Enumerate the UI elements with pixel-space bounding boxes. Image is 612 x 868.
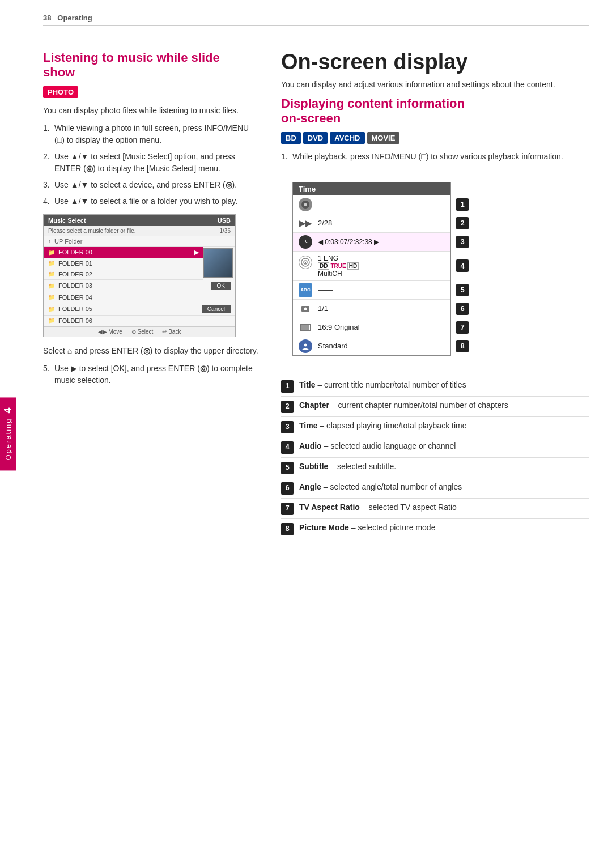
ms-row-up[interactable]: ↑ UP Folder [44,236,235,247]
row-num-3: 3 [456,236,469,248]
list-item: 3. Use ▲/▼ to select a device, and press… [43,179,258,191]
ms-row[interactable]: 📁 FOLDER 03 OK [44,280,235,292]
bd-badge: BD [281,132,301,144]
list-item: 1. While viewing a photo in full screen,… [43,122,258,146]
ms-row[interactable]: 📁 FOLDER 04 [44,292,235,303]
ms-subtitle: USB [218,217,231,224]
desc-item-2: 2 Chapter – current chapter number/total… [281,397,589,417]
svg-point-9 [304,307,307,310]
instruction-list: 1. While viewing a photo in full screen,… [43,122,258,207]
folder-icon: 📁 [48,294,55,300]
desc-num-3: 3 [281,421,294,433]
chapter-content: 2/28 [318,219,445,227]
desc-num-2: 2 [281,401,294,413]
desc-num-7: 7 [281,503,294,515]
osd-title: On-screen display [281,50,589,74]
ms-counter: 1/36 [220,228,231,234]
ms-nav-move: ◀▶ Move [98,329,122,335]
ms-folder-00: FOLDER 00 [58,249,92,256]
desc-num-6: 6 [281,482,294,495]
picture-content: Standard [318,342,445,350]
folder-icon: 📁 [48,283,55,289]
info-row-2: ▶▶ 2/28 2 [293,214,450,233]
left-section-title: Listening to music while slide show [43,50,258,80]
folder-icon: 📁 [48,306,55,312]
dvd-badge: DVD [303,132,328,144]
arrow-icon: ▶ [194,249,199,256]
list-item: 5. Use ▶ to select [OK], and press ENTER… [43,363,258,386]
subtitle-content: —— [318,286,445,294]
avchd-badge: AVCHD [330,132,364,144]
picture-icon [299,339,312,353]
side-tab: 4 Operating [0,397,16,470]
desc-text-4: Audio – selected audio language or chann… [299,441,589,452]
svg-point-1 [304,203,307,206]
folder-icon: 📁 [48,260,55,266]
ms-nav: ◀▶ Move ⊙ Select ↩ Back [44,326,235,337]
desc-item-8: 8 Picture Mode – selected picture mode [281,519,589,539]
desc-text-2: Chapter – current chapter number/total n… [299,400,589,411]
info-row-4: 1 ENG DD TRUE HD MultiCH 4 [293,252,450,281]
instruction-list-2: 5. Use ▶ to select [OK], and press ENTER… [43,363,258,386]
ms-title: Music Select [48,217,86,224]
desc-text-5: Subtitle – selected subtitle. [299,461,589,473]
ms-nav-select: ⊙ Select [131,329,154,335]
ms-header: Music Select USB [44,215,235,226]
ms-instruction: Please select a music folder or file. [48,228,136,234]
movie-badge: MOVIE [367,132,400,144]
time-icon [299,235,312,249]
ms-row-selected[interactable]: 📁 FOLDER 00 ▶ [44,247,203,258]
desc-item-6: 6 Angle – selected angle/total number of… [281,478,589,499]
angle-content: 1/1 [318,304,445,313]
desc-text-3: Time – elapsed playing time/total playba… [299,420,589,432]
info-row-1: —— 1 [293,195,450,214]
folder-icon: 📁 [48,249,55,256]
row-num-4: 4 [456,259,469,272]
ms-up-label: UP Folder [54,238,82,245]
description-list: 1 Title – current title number/total num… [281,376,589,539]
ms-row[interactable]: 📁 FOLDER 06 [44,316,235,326]
desc-text-1: Title – current title number/total numbe… [299,380,589,391]
side-tab-number: 4 [2,407,14,413]
display-info-title: Displaying content information on-screen [281,96,589,126]
desc-item-4: 4 Audio – selected audio language or cha… [281,437,589,458]
step4-note: Select ⌂ and press ENTER (◎) to display … [43,345,258,357]
ms-ok-btn[interactable]: OK [211,282,231,290]
ms-nav-back: ↩ Back [162,329,181,335]
desc-text-7: TV Aspect Ratio – selected TV aspect Rat… [299,502,589,513]
row-num-6: 6 [456,303,469,315]
row-num-2: 2 [456,217,469,229]
ms-row[interactable]: 📁 FOLDER 01 [44,258,203,269]
left-intro: You can display photo files while listen… [43,105,258,117]
desc-item-1: 1 Title – current title number/total num… [281,376,589,397]
ratio-content: 16:9 Original [318,323,445,331]
title-content: —— [318,200,445,209]
desc-num-8: 8 [281,523,294,535]
info-row-6: 1/1 6 [293,300,450,318]
desc-num-4: 4 [281,441,294,454]
ms-row[interactable]: 📁 FOLDER 05 Cancel [44,303,235,316]
time-content: ◀ 0:03:07/2:32:38 ▶ [318,237,445,246]
desc-item-3: 3 Time – elapsed playing time/total play… [281,417,589,437]
info-panel-header: Time [293,182,450,195]
svg-point-7 [305,262,306,263]
info-row-7: 16:9 Original 7 [293,318,450,337]
desc-text-8: Picture Mode – selected picture mode [299,522,589,534]
side-tab-label: Operating [4,418,12,460]
format-badge-row: BD DVD AVCHD MOVIE [281,132,589,144]
list-item: 2. Use ▲/▼ to select [Music Select] opti… [43,151,258,175]
info-row-5: ABC —— 5 [293,281,450,300]
folder-icon: 📁 [48,317,55,324]
desc-item-7: 7 TV Aspect Ratio – selected TV aspect R… [281,499,589,519]
left-column: Listening to music while slide show PHOT… [43,50,258,539]
photo-badge-row: PHOTO [43,86,258,98]
row-num-8: 8 [456,340,469,352]
list-item: 4. Use ▲/▼ to select a file or a folder … [43,195,258,207]
list-item: 1. While playback, press INFO/MENU (□) t… [281,151,589,163]
info-panel: Time —— 1 ▶▶ 2/28 2 [292,182,451,356]
folder-icon: 📁 [48,271,55,277]
ms-cancel-btn[interactable]: Cancel [202,305,231,313]
ms-row[interactable]: 📁 FOLDER 02 [44,269,203,280]
ratio-icon [299,321,312,334]
svg-rect-11 [301,325,309,330]
